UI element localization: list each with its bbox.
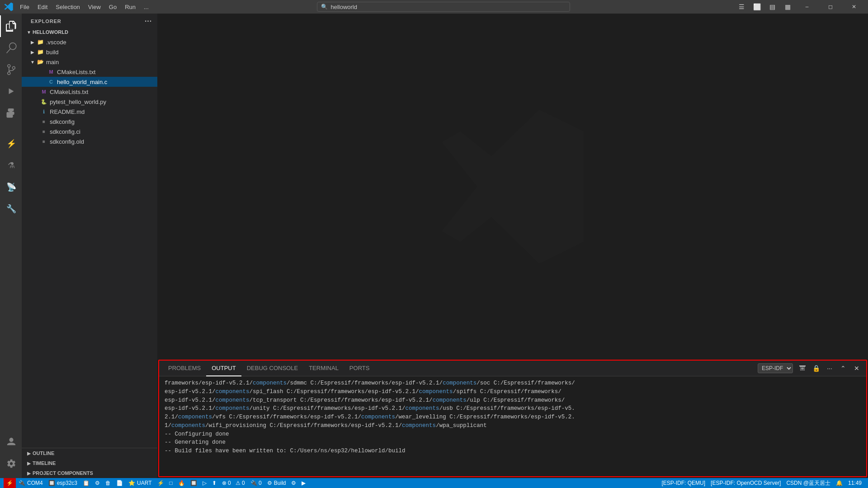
menu-selection[interactable]: Selection — [52, 3, 83, 11]
tab-ports[interactable]: PORTS — [344, 361, 375, 376]
status-settings2[interactable]: ⚙ — [288, 478, 299, 488]
status-errors[interactable]: ⊗ 0 ⚠ 0 — [219, 478, 248, 488]
status-flash[interactable]: ⚡ — [155, 478, 167, 488]
esp-idf-dropdown[interactable]: ESP-IDF — [758, 363, 793, 373]
status-error-icon[interactable]: ⚡ — [4, 478, 16, 488]
status-openocd-server[interactable]: [ESP-IDF: OpenOCD Server] — [708, 478, 783, 488]
com4-label: COM4 — [27, 480, 43, 486]
status-openocd[interactable]: 🔲 — [188, 478, 200, 488]
toggle-primary-sidebar-button[interactable]: ☰ — [735, 2, 748, 12]
build-gear-icon: ⚙ — [267, 480, 272, 486]
menu-run[interactable]: Run — [121, 3, 139, 11]
customize-layout-button[interactable]: ▦ — [781, 2, 794, 12]
menu-more[interactable]: ... — [140, 3, 152, 11]
activity-settings[interactable] — [0, 453, 22, 474]
tree-item-cmakelists-main[interactable]: ▶ M CMakeLists.txt — [22, 67, 157, 77]
activity-flask[interactable]: ⚗ — [0, 155, 22, 176]
status-run[interactable]: ▶ — [299, 478, 308, 488]
menu-go[interactable]: Go — [105, 3, 120, 11]
tab-debug-console[interactable]: DEBUG CONSOLE — [241, 361, 303, 376]
status-uart[interactable]: ⭐ UART — [126, 478, 154, 488]
output-line-4: esp-idf-v5.2.1/components/unity C:/Espre… — [165, 404, 861, 413]
activity-radio[interactable]: 📡 — [0, 176, 22, 198]
project-root[interactable]: ▼ HELLOWORLD — [22, 27, 157, 37]
tree-item-vscode[interactable]: ▶ 📁 .vscode — [22, 37, 157, 47]
tab-terminal[interactable]: TERMINAL — [303, 361, 344, 376]
tree-item-cmakelists-root[interactable]: ▶ M CMakeLists.txt — [22, 87, 157, 97]
tab-problems[interactable]: PROBLEMS — [163, 361, 206, 376]
status-gear[interactable]: ⚙ — [92, 478, 103, 488]
status-upload[interactable]: ⬆ — [209, 478, 219, 488]
maximize-panel-button[interactable]: ⌃ — [837, 362, 849, 374]
vscode-label: .vscode — [46, 39, 157, 46]
openocd-server-label: [ESP-IDF: OpenOCD Server] — [711, 480, 781, 486]
tree-item-pytest[interactable]: ▶ 🐍 pytest_hello_world.py — [22, 97, 157, 107]
toggle-secondary-sidebar-button[interactable]: ▤ — [766, 2, 778, 12]
tree-item-main[interactable]: ▼ 📂 main — [22, 57, 157, 67]
tree-item-build[interactable]: ▶ 📁 build — [22, 47, 157, 57]
build-arrow-icon: ▶ — [29, 48, 36, 56]
status-bell[interactable]: 🔔 — [833, 478, 845, 488]
tree-item-sdkconfig[interactable]: ▶ ≡ sdkconfig — [22, 117, 157, 127]
minimize-button[interactable]: – — [797, 0, 817, 14]
activity-account[interactable] — [0, 431, 22, 453]
tree-item-sdkconfig-ci[interactable]: ▶ ≡ sdkconfig.ci — [22, 127, 157, 136]
activity-source-control[interactable] — [0, 59, 22, 80]
panel-more-button[interactable]: ··· — [824, 362, 835, 374]
build-label: Build — [274, 480, 286, 486]
toggle-panel-button[interactable]: ⬜ — [750, 2, 763, 12]
editor-area: PROBLEMS OUTPUT DEBUG CONSOLE TERMINAL P… — [157, 14, 868, 478]
restore-button[interactable]: ◻ — [820, 0, 841, 14]
tree-item-readme[interactable]: ▶ ℹ README.md — [22, 107, 157, 117]
activity-explorer[interactable] — [0, 15, 22, 37]
project-name: HELLOWORLD — [33, 29, 68, 35]
output-line-2: esp-idf-v5.2.1/components/spi_flash C:/E… — [165, 388, 861, 396]
activity-extensions[interactable] — [0, 102, 22, 124]
clear-output-button[interactable] — [797, 362, 808, 374]
tab-output[interactable]: OUTPUT — [206, 361, 241, 376]
error-icon: ⚡ — [6, 480, 13, 486]
status-connections[interactable]: 🔌 0 — [248, 478, 264, 488]
activity-search[interactable] — [0, 37, 22, 59]
project-components-section[interactable]: ▶ PROJECT COMPONENTS — [22, 468, 157, 478]
tree-item-hello-main[interactable]: ▶ C hello_world_main.c — [22, 77, 157, 87]
search-input[interactable] — [330, 4, 566, 10]
project-components-arrow-icon: ▶ — [25, 469, 33, 477]
output-line-9: -- Build files have been written to: C:/… — [165, 447, 861, 455]
status-bar-left: ⚡ 🔌 COM4 🔲 esp32c3 📋 ⚙ 🗑 📄 ⭐ UART ⚡ □ 🔥 … — [4, 478, 308, 488]
markdown-icon: ℹ — [40, 108, 48, 116]
search-wrapper[interactable]: 🔍 — [317, 2, 570, 12]
close-panel-button[interactable]: ✕ — [851, 362, 863, 374]
lock-scroll-button[interactable]: 🔒 — [810, 362, 822, 374]
sidebar-more-button[interactable]: ··· — [145, 17, 152, 25]
menu-view[interactable]: View — [85, 3, 104, 11]
activity-idf[interactable]: ⚡ — [0, 133, 22, 155]
status-build[interactable]: ⚙ Build — [264, 478, 289, 488]
search-bar: 🔍 — [152, 2, 735, 12]
cmakelists-main-label: CMakeLists.txt — [57, 69, 157, 75]
status-file[interactable]: 📄 — [113, 478, 126, 488]
status-bar-right: [ESP-IDF: QEMU] [ESP-IDF: OpenOCD Server… — [659, 478, 864, 488]
activity-run-debug[interactable] — [0, 80, 22, 102]
close-button[interactable]: ✕ — [844, 0, 864, 14]
menu-file[interactable]: File — [16, 3, 33, 11]
menu-edit[interactable]: Edit — [34, 3, 51, 11]
status-esp32c3[interactable]: 🔲 esp32c3 — [46, 478, 80, 488]
outline-section[interactable]: ▶ OUTLINE — [22, 448, 157, 458]
status-trash[interactable]: 🗑 — [103, 478, 113, 488]
status-com4[interactable]: 🔌 COM4 — [16, 478, 46, 488]
status-esp-qemu[interactable]: [ESP-IDF: QEMU] — [659, 478, 708, 488]
timeline-section[interactable]: ▶ TIMELINE — [22, 458, 157, 468]
status-monitor[interactable]: □ — [167, 478, 175, 488]
activity-wrench[interactable]: 🔧 — [0, 198, 22, 220]
status-play[interactable]: ▷ — [200, 478, 209, 488]
sdkconfig-label: sdkconfig — [50, 118, 157, 125]
sdkconfig-ci-label: sdkconfig.ci — [50, 128, 157, 135]
vscode-arrow-icon: ▶ — [29, 38, 36, 46]
status-fire[interactable]: 🔥 — [175, 478, 188, 488]
terminal-output[interactable]: frameworks/esp-idf-v5.2.1/components/sdm… — [159, 376, 866, 476]
status-clipboard[interactable]: 📋 — [80, 478, 92, 488]
tree-item-sdkconfig-old[interactable]: ▶ ≡ sdkconfig.old — [22, 136, 157, 146]
timeline-label: TIMELINE — [33, 460, 56, 466]
project-components-label: PROJECT COMPONENTS — [33, 470, 93, 476]
